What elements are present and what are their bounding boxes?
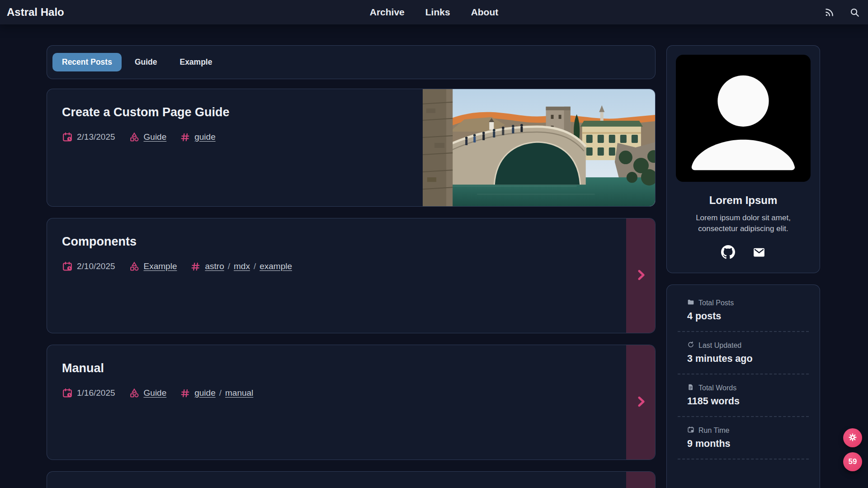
post-open-strip[interactable] — [626, 471, 656, 488]
github-icon[interactable] — [721, 245, 735, 259]
navbar: Astral Halo Archive Links About — [0, 0, 868, 24]
post-tags: guide manual — [180, 388, 253, 398]
post-meta: 2/13/2025 Guide — [62, 132, 655, 142]
tag-link[interactable]: guide — [194, 132, 216, 142]
post-category: Guide — [129, 388, 167, 398]
profile-name: Lorem Ipsum — [676, 194, 811, 207]
profile-social-links — [676, 245, 811, 259]
folder-icon — [687, 298, 694, 308]
tag-separator — [254, 261, 256, 271]
main-column: Recent Posts Guide Example Create a Cust… — [47, 45, 656, 488]
post-card[interactable]: Create a Custom Page Guide 2/13/2025 — [47, 89, 656, 207]
divider — [678, 459, 809, 460]
settings-fab[interactable] — [843, 428, 862, 447]
divider — [678, 374, 809, 374]
tag-link[interactable]: mdx — [234, 261, 250, 271]
post-info: Create a Custom Page Guide 2/13/2025 — [47, 89, 655, 142]
post-tags: astro mdx example — [190, 261, 292, 272]
stat-label: Last Updated — [698, 341, 741, 350]
post-card[interactable] — [47, 471, 656, 488]
post-info: Manual 1/16/2025 — [47, 345, 655, 398]
calendar-clock-icon — [62, 132, 73, 142]
nav-link-archive[interactable]: Archive — [370, 7, 405, 18]
stat-value: 9 months — [687, 438, 812, 450]
stat-total-words: Total Words 1185 words — [674, 384, 812, 407]
nav-link-links[interactable]: Links — [425, 7, 450, 18]
profile-bio: Lorem ipsum dolor sit amet, consectetur … — [686, 213, 800, 234]
post-title: Manual — [62, 361, 655, 375]
tab-example[interactable]: Example — [170, 53, 222, 71]
hash-icon — [180, 388, 190, 398]
tag-separator — [219, 388, 222, 398]
divider — [678, 331, 809, 332]
calendar-clock-icon — [62, 261, 73, 272]
scroll-progress-fab[interactable]: 59 — [843, 452, 862, 471]
calendar-icon — [687, 426, 694, 435]
stat-value: 3 minutes ago — [687, 353, 812, 365]
tag-link[interactable]: example — [259, 261, 292, 271]
stat-label: Run Time — [698, 426, 729, 435]
category-link[interactable]: Example — [144, 261, 177, 271]
search-icon[interactable] — [849, 7, 860, 18]
profile-card: Lorem Ipsum Lorem ipsum dolor sit amet, … — [666, 45, 820, 273]
post-filter-tabs: Recent Posts Guide Example — [47, 45, 656, 79]
tag-separator — [228, 261, 230, 271]
sidebar: Lorem Ipsum Lorem ipsum dolor sit amet, … — [666, 45, 820, 488]
post-title: Create a Custom Page Guide — [62, 105, 655, 119]
category-shapes-icon — [129, 388, 140, 398]
avatar — [676, 55, 811, 182]
site-stats-card: Total Posts 4 posts Last Updated 3 minut… — [666, 284, 820, 488]
tag-link[interactable]: manual — [225, 388, 253, 398]
stat-value: 1185 words — [687, 396, 812, 407]
nav-actions — [824, 7, 861, 18]
stat-run-time: Run Time 9 months — [674, 426, 812, 450]
person-silhouette-icon — [676, 55, 811, 182]
hash-icon — [180, 132, 190, 142]
stat-label: Total Posts — [698, 299, 734, 307]
stat-total-posts: Total Posts 4 posts — [674, 298, 812, 322]
nav-link-about[interactable]: About — [471, 7, 499, 18]
stat-last-updated: Last Updated 3 minutes ago — [674, 341, 812, 365]
tab-guide[interactable]: Guide — [125, 53, 167, 71]
category-link[interactable]: Guide — [144, 388, 167, 398]
post-meta: 1/16/2025 Guide — [62, 388, 655, 398]
email-icon[interactable] — [752, 246, 766, 259]
post-tags: guide — [180, 132, 216, 142]
divider — [678, 416, 809, 417]
post-category: Example — [129, 261, 177, 272]
post-meta: 2/10/2025 Example — [62, 261, 655, 272]
tag-link[interactable]: guide — [194, 388, 216, 398]
site-title[interactable]: Astral Halo — [7, 6, 64, 19]
tab-recent-posts[interactable]: Recent Posts — [52, 53, 122, 71]
post-card[interactable]: Components 2/10/2025 — [47, 218, 656, 333]
category-shapes-icon — [129, 261, 140, 272]
post-date: 2/10/2025 — [62, 261, 115, 272]
hash-icon — [190, 261, 201, 272]
nav-links: Archive Links About — [370, 0, 499, 24]
calendar-clock-icon — [62, 388, 73, 398]
post-title: Components — [62, 235, 655, 249]
post-date: 2/13/2025 — [62, 132, 115, 142]
document-icon — [687, 384, 694, 393]
refresh-icon — [687, 341, 694, 350]
gear-icon — [848, 433, 857, 443]
stat-label: Total Words — [698, 384, 736, 392]
post-info: Components 2/10/2025 — [47, 218, 655, 272]
stat-value: 4 posts — [687, 311, 812, 322]
category-link[interactable]: Guide — [144, 132, 167, 142]
post-category: Guide — [129, 132, 167, 142]
post-card[interactable]: Manual 1/16/2025 — [47, 345, 656, 460]
category-shapes-icon — [129, 132, 140, 142]
tag-link[interactable]: astro — [205, 261, 224, 271]
page-layout: Recent Posts Guide Example Create a Cust… — [0, 24, 868, 488]
rss-icon[interactable] — [824, 7, 835, 18]
post-date: 1/16/2025 — [62, 388, 115, 398]
